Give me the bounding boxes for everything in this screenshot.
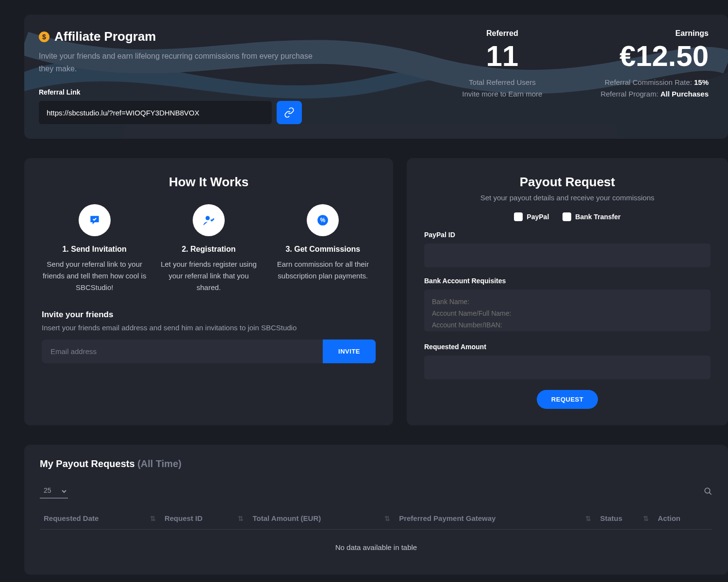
col-total-amount[interactable]: Total Amount (EUR)⇅ [248,507,395,530]
referred-value: 11 [462,42,542,71]
step-text: Send your referral link to your friends … [42,259,147,293]
checkbox-icon [563,212,571,221]
paypal-option[interactable]: PayPal [514,212,549,221]
earnings-label: Earnings [600,29,709,38]
affiliate-hero: $ Affiliate Program Invite your friends … [24,15,728,139]
referred-stat: Referred 11 Total Referred Users Invite … [462,29,542,124]
chat-check-icon [88,214,101,226]
requested-amount-input[interactable] [424,356,711,379]
payout-sub: Set your payout details and receive your… [424,194,711,202]
page-title: $ Affiliate Program [39,29,330,44]
col-requested-date[interactable]: Requested Date⇅ [40,507,161,530]
step-text: Earn commission for all their subscripti… [270,259,376,282]
paypal-id-label: PayPal ID [424,231,711,239]
search-icon[interactable] [704,487,712,496]
payout-requests-card: My Payout Requests (All Time) 25 Request… [24,445,728,575]
dollar-icon: $ [39,32,50,42]
col-action[interactable]: Action [654,507,712,530]
sort-icon: ⇅ [150,515,156,522]
step-send-invitation: 1. Send Invitation Send your referral li… [42,204,147,293]
sort-icon: ⇅ [585,515,591,522]
bank-transfer-option[interactable]: Bank Transfer [563,212,620,221]
invite-friends-title: Invite your friends [42,310,376,320]
table-empty-message: No data available in table [40,530,712,566]
svg-text:%: % [320,217,326,224]
user-check-icon [202,214,215,226]
page-size-select[interactable]: 25 [40,484,68,499]
bank-requisites-label: Bank Account Requisites [424,277,711,285]
referral-program: Referral Program: All Purchases [600,88,709,100]
request-button[interactable]: REQUEST [537,390,598,409]
step-text: Let your friends register using your ref… [156,259,261,293]
checkbox-icon [514,212,523,221]
referred-label: Referred [462,29,542,38]
page-subtitle: Invite your friends and earn lifelong re… [39,50,320,75]
step-title: 3. Get Commissions [270,245,376,254]
how-it-works-card: How It Works 1. Send Invitation Send you… [24,158,393,425]
link-icon [284,107,295,118]
sort-icon: ⇅ [238,515,244,522]
email-input[interactable] [42,340,323,363]
col-payment-gateway[interactable]: Preferred Payment Gateway⇅ [395,507,596,530]
payout-requests-table: Requested Date⇅ Request ID⇅ Total Amount… [40,507,712,565]
copy-link-button[interactable] [277,101,302,124]
payout-requests-title: My Payout Requests (All Time) [40,458,712,469]
earnings-stat: Earnings €12.50 Referral Commission Rate… [600,29,718,124]
referred-sub1: Total Referred Users [462,77,542,88]
commission-rate: Referral Commission Rate: 15% [600,77,709,88]
referral-link-input[interactable] [39,101,272,124]
requested-amount-label: Requested Amount [424,343,711,351]
invite-button[interactable]: INVITE [323,340,376,363]
paypal-id-input[interactable] [424,243,711,267]
bank-requisites-input[interactable] [424,290,711,331]
how-it-works-title: How It Works [42,175,376,190]
col-request-id[interactable]: Request ID⇅ [161,507,249,530]
svg-point-3 [705,488,710,493]
payout-request-card: Payout Request Set your payout details a… [407,158,728,425]
referral-link-label: Referral Link [39,88,330,96]
step-commissions: % 3. Get Commissions Earn commission for… [270,204,376,293]
col-status[interactable]: Status⇅ [596,507,654,530]
page-title-text: Affiliate Program [54,29,156,44]
percent-badge-icon: % [316,214,329,226]
payout-title: Payout Request [424,175,711,190]
step-title: 1. Send Invitation [42,245,147,254]
step-registration: 2. Registration Let your friends registe… [156,204,261,293]
svg-point-0 [205,216,210,221]
sort-icon: ⇅ [384,515,390,522]
earnings-value: €12.50 [600,42,709,71]
invite-friends-sub: Insert your friends email address and se… [42,323,376,332]
sort-icon: ⇅ [643,515,649,522]
referred-sub2: Invite more to Earn more [462,88,542,100]
step-title: 2. Registration [156,245,261,254]
